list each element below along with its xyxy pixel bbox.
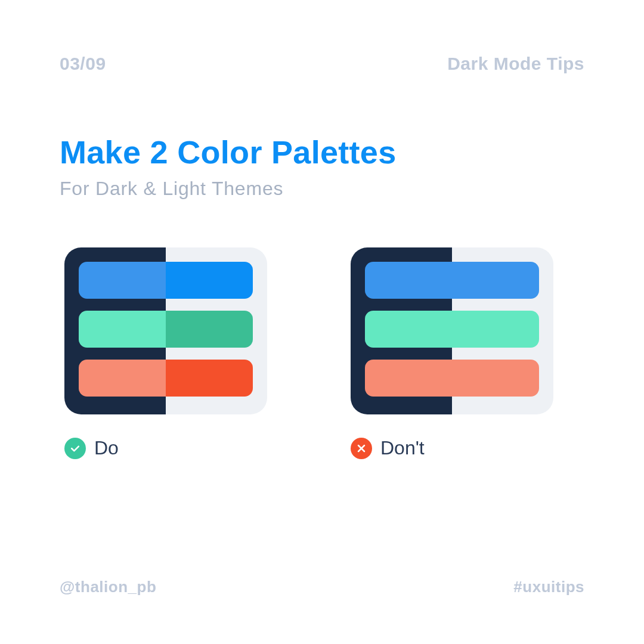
hashtag: #uxuitips — [513, 578, 584, 596]
palette-card-do — [64, 247, 267, 414]
palette-bar — [365, 311, 452, 348]
palette-light-half — [452, 247, 553, 414]
check-icon — [64, 438, 86, 459]
category-label: Dark Mode Tips — [447, 54, 584, 74]
palette-light-half — [166, 247, 267, 414]
palette-dark-half — [351, 247, 452, 414]
dont-label-row: Don't — [351, 437, 553, 459]
do-label-text: Do — [94, 437, 119, 459]
header: 03/09 Dark Mode Tips — [60, 54, 584, 74]
cross-icon — [351, 438, 372, 459]
examples-row: Do Don't — [60, 247, 584, 459]
example-do: Do — [64, 247, 267, 459]
palette-bar — [452, 262, 539, 299]
dont-label-text: Don't — [380, 437, 425, 459]
palette-bar — [79, 262, 166, 299]
palette-bar — [452, 311, 539, 348]
palette-bar — [79, 311, 166, 348]
do-label-row: Do — [64, 437, 267, 459]
page-number: 03/09 — [60, 54, 106, 74]
subtitle: For Dark & Light Themes — [60, 178, 584, 200]
footer: @thalion_pb #uxuitips — [60, 578, 584, 596]
palette-bar — [452, 360, 539, 397]
palette-bar — [79, 360, 166, 397]
palette-bar — [365, 262, 452, 299]
palette-bar — [166, 311, 253, 348]
palette-dark-half — [64, 247, 166, 414]
example-dont: Don't — [351, 247, 553, 459]
palette-card-dont — [351, 247, 553, 414]
palette-bar — [166, 262, 253, 299]
palette-bar — [166, 360, 253, 397]
author-handle: @thalion_pb — [60, 578, 156, 596]
main-title: Make 2 Color Palettes — [60, 134, 584, 171]
palette-bar — [365, 360, 452, 397]
